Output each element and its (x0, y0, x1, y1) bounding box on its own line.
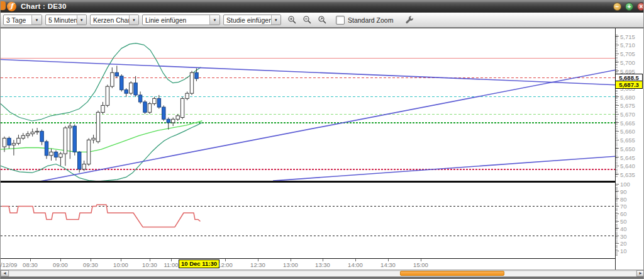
price-chart-canvas[interactable] (1, 28, 615, 181)
standard-zoom-label: Standard Zoom (348, 16, 393, 24)
insert-line-select[interactable]: Linie einfügen ▼ (142, 14, 220, 25)
time-tick-label: 14:30 (380, 261, 396, 268)
insert-study-select-value: Studie einfügen (224, 16, 271, 24)
background-icon-fragment (1, 1, 6, 10)
price-tick (616, 62, 619, 62)
price-tick (616, 54, 619, 54)
price-tick (616, 157, 619, 157)
price-axis-minor-ticks (616, 35, 618, 177)
last-price-label: 5,687.3 (615, 81, 643, 89)
zoom-in-button[interactable] (285, 14, 299, 26)
chart-region: 10 Dec 11:30 /12/0908:3009:0009:3010:001… (1, 28, 644, 270)
price-tick-label: 5,700 (620, 59, 635, 66)
price-tick-label: 5,645 (620, 154, 635, 161)
window-bottom-edge (1, 276, 644, 279)
wrench-icon (404, 15, 414, 25)
time-tick-label: 13:00 (283, 261, 298, 268)
current-time-label: 10 Dec 11:30 (179, 259, 219, 268)
range-select-value: 3 Tage (4, 16, 26, 24)
time-tick-label: 08:30 (23, 261, 38, 268)
scrollbar-thumb[interactable] (400, 271, 504, 276)
price-tick-label: 5,635 (620, 171, 635, 178)
rsi-tick (616, 198, 619, 199)
price-tick-label: 5,705 (620, 50, 635, 57)
time-tick-label: 10:00 (113, 261, 128, 268)
rsi-tick-label: 100 (620, 181, 630, 188)
rsi-tick-label: 50 (620, 218, 627, 225)
zoom-fit-button[interactable] (315, 14, 329, 26)
rsi-tick (616, 214, 619, 214)
chevron-down-icon[interactable]: ▼ (209, 15, 219, 25)
zoom-out-button[interactable] (300, 14, 314, 26)
interval-select[interactable]: 5 Minuten ▼ (45, 14, 87, 25)
rsi-tick (616, 221, 619, 222)
rsi-tick (616, 236, 619, 236)
scrollbar-track[interactable] (9, 270, 636, 276)
time-axis: 10 Dec 11:30 /12/0908:3009:0009:3010:001… (1, 259, 615, 270)
rsi-tick-label: 30 (620, 233, 627, 240)
time-tick-label: 09:30 (83, 261, 98, 268)
left-arrow-icon: ◂ (3, 270, 6, 276)
settings-button[interactable] (402, 14, 416, 26)
logo-glyph: ƒ (10, 2, 13, 10)
insert-line-select-value: Linie einfügen (143, 16, 186, 24)
price-tick (616, 174, 619, 174)
rsi-tick-label: 20 (620, 240, 627, 247)
time-tick-label: 09:00 (53, 261, 68, 268)
price-tick-label: 5,670 (620, 111, 635, 118)
price-tick (616, 96, 619, 97)
price-tick (616, 105, 619, 106)
price-tick-label: 5,675 (620, 102, 635, 109)
rsi-tick (616, 184, 619, 185)
chevron-down-icon[interactable]: ▼ (129, 15, 138, 25)
rsi-tick-label: 40 (620, 225, 627, 232)
price-tick (616, 131, 619, 132)
price-tick (616, 114, 619, 115)
time-tick-label: 13:30 (315, 261, 330, 268)
minimize-button[interactable]: − (613, 3, 621, 11)
insert-study-select[interactable]: Studie einfügen ▼ (223, 14, 281, 25)
standard-zoom-checkbox[interactable] (336, 16, 345, 25)
app-logo-icon: ƒ (7, 2, 16, 11)
time-tick-label: 12:00 (218, 261, 233, 268)
horizontal-scrollbar[interactable]: ◂ ▸ (1, 270, 644, 276)
price-tick (616, 45, 619, 45)
chevron-down-icon[interactable]: ▼ (271, 15, 280, 25)
maximize-button[interactable]: + (625, 3, 633, 11)
time-tick-label: 15:00 (413, 261, 428, 268)
rsi-tick (616, 228, 619, 229)
price-tick-label: 5,640 (620, 162, 635, 169)
scroll-left-button[interactable]: ◂ (1, 270, 9, 276)
chart-window: ƒ Chart : DE30 − + × 3 Tage ▼ 5 Minuten … (0, 0, 644, 279)
zoom-in-icon (287, 15, 297, 25)
price-tick-label: 5,665 (620, 120, 635, 127)
price-tick (616, 122, 619, 123)
price-tick (616, 166, 619, 166)
right-arrow-icon: ▸ (639, 270, 641, 276)
chevron-down-icon[interactable]: ▼ (31, 15, 42, 25)
price-tick-label: 5,715 (620, 33, 635, 40)
price-tick-label: 5,680 (620, 94, 635, 101)
close-button[interactable]: × (637, 3, 644, 11)
price-tick-label: 5,660 (620, 128, 635, 135)
time-tick-label: /12/09 (1, 261, 17, 268)
rsi-tick-label: 60 (620, 210, 627, 217)
chart-type-select-value: Kerzen Chart (91, 16, 129, 24)
window-title: Chart : DE30 (21, 3, 67, 10)
title-bar[interactable]: ƒ Chart : DE30 − + × (1, 1, 643, 13)
rsi-tick-label: 10 (620, 248, 627, 254)
rsi-tick-label: 70 (620, 203, 627, 210)
zoom-out-icon (303, 15, 312, 25)
price-tick-label: 5,650 (620, 145, 635, 152)
scroll-right-button[interactable]: ▸ (636, 270, 644, 276)
price-tick (616, 140, 619, 140)
chart-type-select[interactable]: Kerzen Chart ▼ (90, 14, 139, 25)
chevron-down-icon[interactable]: ▼ (77, 15, 86, 25)
rsi-tick-label: 90 (620, 188, 627, 195)
price-tick (616, 71, 619, 71)
price-tick-label: 5,655 (620, 137, 635, 144)
price-tick (616, 36, 619, 37)
price-tick-label: 5,710 (620, 42, 635, 48)
rsi-chart-canvas[interactable] (1, 183, 615, 258)
range-select[interactable]: 3 Tage ▼ (3, 14, 42, 25)
